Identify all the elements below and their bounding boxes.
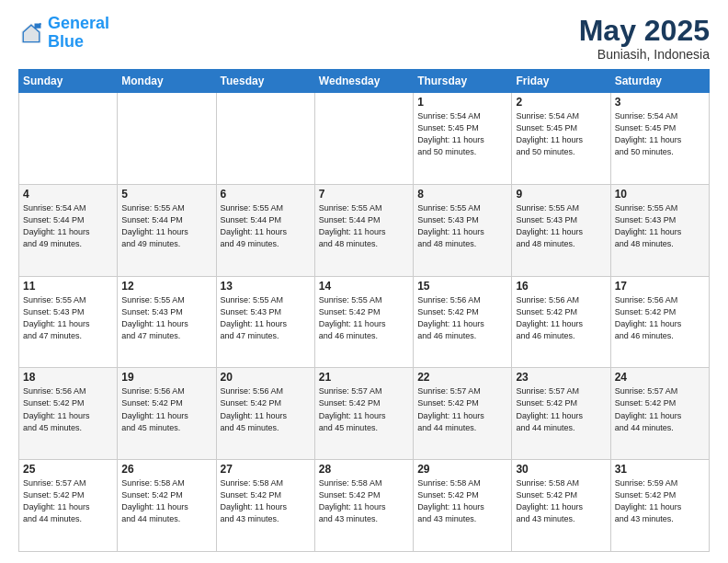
col-sunday: Sunday: [19, 70, 118, 93]
day-number: 21: [319, 371, 409, 384]
day-number: 1: [417, 96, 507, 109]
table-row: 19Sunrise: 5:56 AM Sunset: 5:42 PM Dayli…: [118, 368, 216, 460]
day-number: 28: [319, 463, 409, 476]
day-number: 30: [516, 463, 606, 476]
day-info: Sunrise: 5:55 AM Sunset: 5:43 PM Dayligh…: [615, 202, 705, 250]
day-info: Sunrise: 5:58 AM Sunset: 5:42 PM Dayligh…: [417, 477, 507, 525]
table-row: 4Sunrise: 5:54 AM Sunset: 5:44 PM Daylig…: [19, 184, 118, 276]
calendar-table: Sunday Monday Tuesday Wednesday Thursday…: [18, 69, 710, 552]
day-number: 7: [319, 188, 409, 201]
table-row: 17Sunrise: 5:56 AM Sunset: 5:42 PM Dayli…: [610, 276, 709, 368]
day-info: Sunrise: 5:58 AM Sunset: 5:42 PM Dayligh…: [319, 477, 409, 525]
day-info: Sunrise: 5:58 AM Sunset: 5:42 PM Dayligh…: [221, 477, 311, 525]
day-info: Sunrise: 5:56 AM Sunset: 5:42 PM Dayligh…: [516, 294, 606, 342]
table-row: [216, 93, 314, 185]
calendar-header-row: Sunday Monday Tuesday Wednesday Thursday…: [19, 70, 710, 93]
header: General Blue May 2025 Buniasih, Indonesi…: [18, 15, 710, 62]
col-saturday: Saturday: [610, 70, 709, 93]
day-info: Sunrise: 5:55 AM Sunset: 5:43 PM Dayligh…: [516, 202, 606, 250]
col-thursday: Thursday: [414, 70, 512, 93]
day-info: Sunrise: 5:54 AM Sunset: 5:45 PM Dayligh…: [516, 110, 606, 158]
day-number: 15: [417, 280, 507, 293]
table-row: 22Sunrise: 5:57 AM Sunset: 5:42 PM Dayli…: [414, 368, 512, 460]
day-number: 14: [319, 280, 409, 293]
col-wednesday: Wednesday: [314, 70, 413, 93]
day-info: Sunrise: 5:55 AM Sunset: 5:43 PM Dayligh…: [121, 294, 211, 342]
day-number: 20: [221, 371, 311, 384]
table-row: 8Sunrise: 5:55 AM Sunset: 5:43 PM Daylig…: [414, 184, 512, 276]
calendar-week-row: 25Sunrise: 5:57 AM Sunset: 5:42 PM Dayli…: [19, 460, 710, 552]
day-info: Sunrise: 5:57 AM Sunset: 5:42 PM Dayligh…: [615, 385, 705, 433]
day-info: Sunrise: 5:56 AM Sunset: 5:42 PM Dayligh…: [221, 385, 311, 433]
table-row: 16Sunrise: 5:56 AM Sunset: 5:42 PM Dayli…: [512, 276, 610, 368]
col-monday: Monday: [118, 70, 216, 93]
table-row: 9Sunrise: 5:55 AM Sunset: 5:43 PM Daylig…: [512, 184, 610, 276]
day-info: Sunrise: 5:55 AM Sunset: 5:44 PM Dayligh…: [319, 202, 409, 250]
location: Buniasih, Indonesia: [579, 47, 710, 62]
table-row: 26Sunrise: 5:58 AM Sunset: 5:42 PM Dayli…: [118, 460, 216, 552]
logo: General Blue: [18, 15, 109, 52]
day-info: Sunrise: 5:55 AM Sunset: 5:44 PM Dayligh…: [121, 202, 211, 250]
logo-blue: Blue: [48, 32, 84, 51]
day-info: Sunrise: 5:54 AM Sunset: 5:45 PM Dayligh…: [615, 110, 705, 158]
table-row: 30Sunrise: 5:58 AM Sunset: 5:42 PM Dayli…: [512, 460, 610, 552]
day-number: 31: [615, 463, 705, 476]
table-row: 27Sunrise: 5:58 AM Sunset: 5:42 PM Dayli…: [216, 460, 314, 552]
logo-text: General Blue: [48, 15, 109, 52]
day-info: Sunrise: 5:57 AM Sunset: 5:42 PM Dayligh…: [23, 477, 113, 525]
table-row: 23Sunrise: 5:57 AM Sunset: 5:42 PM Dayli…: [512, 368, 610, 460]
day-info: Sunrise: 5:58 AM Sunset: 5:42 PM Dayligh…: [121, 477, 211, 525]
day-number: 10: [615, 188, 705, 201]
day-number: 18: [23, 371, 113, 384]
calendar-week-row: 18Sunrise: 5:56 AM Sunset: 5:42 PM Dayli…: [19, 368, 710, 460]
calendar-week-row: 4Sunrise: 5:54 AM Sunset: 5:44 PM Daylig…: [19, 184, 710, 276]
day-info: Sunrise: 5:55 AM Sunset: 5:43 PM Dayligh…: [417, 202, 507, 250]
day-number: 3: [615, 96, 705, 109]
table-row: 11Sunrise: 5:55 AM Sunset: 5:43 PM Dayli…: [19, 276, 118, 368]
logo-general: General: [48, 14, 109, 32]
day-info: Sunrise: 5:57 AM Sunset: 5:42 PM Dayligh…: [417, 385, 507, 433]
table-row: 14Sunrise: 5:55 AM Sunset: 5:42 PM Dayli…: [314, 276, 413, 368]
day-info: Sunrise: 5:56 AM Sunset: 5:42 PM Dayligh…: [417, 294, 507, 342]
day-number: 19: [121, 371, 211, 384]
day-number: 5: [121, 188, 211, 201]
day-info: Sunrise: 5:59 AM Sunset: 5:42 PM Dayligh…: [615, 477, 705, 525]
day-number: 8: [417, 188, 507, 201]
day-info: Sunrise: 5:55 AM Sunset: 5:43 PM Dayligh…: [23, 294, 113, 342]
table-row: 1Sunrise: 5:54 AM Sunset: 5:45 PM Daylig…: [414, 93, 512, 185]
day-info: Sunrise: 5:54 AM Sunset: 5:45 PM Dayligh…: [417, 110, 507, 158]
title-block: May 2025 Buniasih, Indonesia: [579, 15, 710, 62]
day-number: 12: [121, 280, 211, 293]
day-number: 22: [417, 371, 507, 384]
table-row: 29Sunrise: 5:58 AM Sunset: 5:42 PM Dayli…: [414, 460, 512, 552]
day-info: Sunrise: 5:55 AM Sunset: 5:43 PM Dayligh…: [221, 294, 311, 342]
table-row: 3Sunrise: 5:54 AM Sunset: 5:45 PM Daylig…: [610, 93, 709, 185]
day-number: 24: [615, 371, 705, 384]
day-number: 11: [23, 280, 113, 293]
day-number: 23: [516, 371, 606, 384]
table-row: 28Sunrise: 5:58 AM Sunset: 5:42 PM Dayli…: [314, 460, 413, 552]
day-number: 16: [516, 280, 606, 293]
table-row: 7Sunrise: 5:55 AM Sunset: 5:44 PM Daylig…: [314, 184, 413, 276]
table-row: [314, 93, 413, 185]
table-row: 24Sunrise: 5:57 AM Sunset: 5:42 PM Dayli…: [610, 368, 709, 460]
table-row: 25Sunrise: 5:57 AM Sunset: 5:42 PM Dayli…: [19, 460, 118, 552]
table-row: 2Sunrise: 5:54 AM Sunset: 5:45 PM Daylig…: [512, 93, 610, 185]
day-number: 17: [615, 280, 705, 293]
page: General Blue May 2025 Buniasih, Indonesi…: [0, 0, 728, 563]
day-number: 4: [23, 188, 113, 201]
day-info: Sunrise: 5:58 AM Sunset: 5:42 PM Dayligh…: [516, 477, 606, 525]
day-info: Sunrise: 5:55 AM Sunset: 5:44 PM Dayligh…: [221, 202, 311, 250]
day-info: Sunrise: 5:56 AM Sunset: 5:42 PM Dayligh…: [121, 385, 211, 433]
table-row: [118, 93, 216, 185]
day-number: 6: [221, 188, 311, 201]
month-title: May 2025: [579, 15, 710, 47]
table-row: 15Sunrise: 5:56 AM Sunset: 5:42 PM Dayli…: [414, 276, 512, 368]
table-row: 5Sunrise: 5:55 AM Sunset: 5:44 PM Daylig…: [118, 184, 216, 276]
day-number: 13: [221, 280, 311, 293]
day-info: Sunrise: 5:54 AM Sunset: 5:44 PM Dayligh…: [23, 202, 113, 250]
day-number: 29: [417, 463, 507, 476]
day-info: Sunrise: 5:57 AM Sunset: 5:42 PM Dayligh…: [319, 385, 409, 433]
logo-icon: [18, 20, 44, 46]
day-number: 25: [23, 463, 113, 476]
